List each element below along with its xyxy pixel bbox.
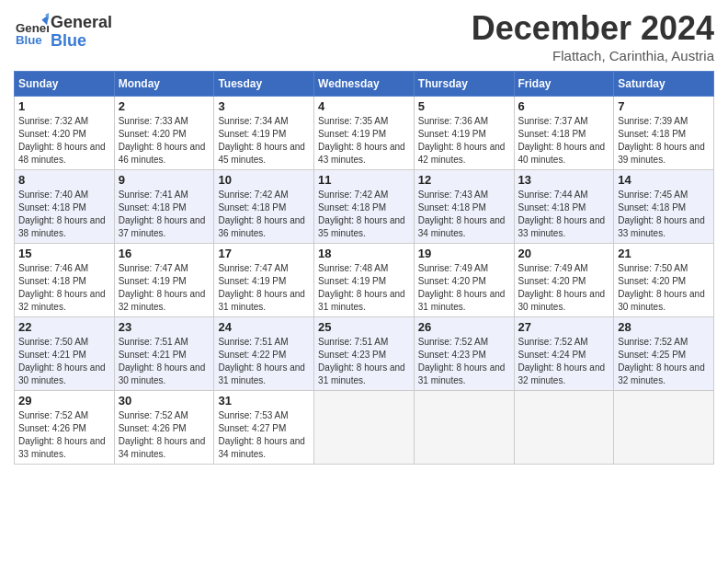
calendar-week-1: 1Sunrise: 7:32 AMSunset: 4:20 PMDaylight… <box>15 97 714 170</box>
day-number: 29 <box>18 394 110 408</box>
calendar-cell: 22Sunrise: 7:50 AMSunset: 4:21 PMDayligh… <box>15 317 115 391</box>
cell-info: Sunrise: 7:43 AMSunset: 4:18 PMDaylight:… <box>418 189 510 240</box>
cell-info: Sunrise: 7:40 AMSunset: 4:18 PMDaylight:… <box>18 189 110 240</box>
calendar-cell: 2Sunrise: 7:33 AMSunset: 4:20 PMDaylight… <box>114 97 214 170</box>
cell-info: Sunrise: 7:51 AMSunset: 4:23 PMDaylight:… <box>318 336 410 387</box>
day-number: 5 <box>418 99 510 113</box>
day-number: 1 <box>18 99 110 113</box>
day-number: 14 <box>618 173 710 187</box>
calendar-table: SundayMondayTuesdayWednesdayThursdayFrid… <box>14 71 714 465</box>
calendar-cell: 30Sunrise: 7:52 AMSunset: 4:26 PMDayligh… <box>114 391 214 465</box>
cell-info: Sunrise: 7:49 AMSunset: 4:20 PMDaylight:… <box>518 262 610 314</box>
calendar-cell: 25Sunrise: 7:51 AMSunset: 4:23 PMDayligh… <box>314 317 415 391</box>
day-number: 2 <box>119 99 210 113</box>
logo: General Blue General Blue <box>14 14 112 51</box>
cell-info: Sunrise: 7:42 AMSunset: 4:18 PMDaylight:… <box>318 189 410 240</box>
day-number: 9 <box>119 173 210 187</box>
day-header-saturday: Saturday <box>614 72 714 97</box>
cell-info: Sunrise: 7:34 AMSunset: 4:19 PMDaylight:… <box>218 115 310 167</box>
title-block: December 2024 Flattach, Carinthia, Austr… <box>472 9 714 63</box>
calendar-cell <box>514 391 614 465</box>
calendar-header-row: SundayMondayTuesdayWednesdayThursdayFrid… <box>15 72 714 97</box>
calendar-cell: 9Sunrise: 7:41 AMSunset: 4:18 PMDaylight… <box>114 170 214 244</box>
day-number: 3 <box>218 99 310 113</box>
calendar-cell: 8Sunrise: 7:40 AMSunset: 4:18 PMDaylight… <box>15 170 115 244</box>
calendar-cell: 15Sunrise: 7:46 AMSunset: 4:18 PMDayligh… <box>15 244 115 317</box>
day-number: 31 <box>218 394 310 408</box>
calendar-week-2: 8Sunrise: 7:40 AMSunset: 4:18 PMDaylight… <box>15 170 714 244</box>
cell-info: Sunrise: 7:52 AMSunset: 4:25 PMDaylight:… <box>618 336 710 387</box>
cell-info: Sunrise: 7:46 AMSunset: 4:18 PMDaylight:… <box>18 262 110 314</box>
calendar-cell: 23Sunrise: 7:51 AMSunset: 4:21 PMDayligh… <box>114 317 214 391</box>
cell-info: Sunrise: 7:47 AMSunset: 4:19 PMDaylight:… <box>119 262 210 314</box>
calendar-cell <box>414 391 514 465</box>
calendar-cell: 1Sunrise: 7:32 AMSunset: 4:20 PMDaylight… <box>15 97 115 170</box>
day-number: 10 <box>218 173 310 187</box>
day-header-wednesday: Wednesday <box>314 72 415 97</box>
day-number: 27 <box>518 320 610 334</box>
day-number: 17 <box>218 247 310 260</box>
calendar-cell: 17Sunrise: 7:47 AMSunset: 4:19 PMDayligh… <box>214 244 314 317</box>
day-number: 11 <box>318 173 410 187</box>
calendar-cell: 10Sunrise: 7:42 AMSunset: 4:18 PMDayligh… <box>214 170 314 244</box>
day-number: 26 <box>418 320 510 334</box>
header: General Blue General Blue December 2024 … <box>14 9 714 63</box>
day-header-tuesday: Tuesday <box>214 72 314 97</box>
cell-info: Sunrise: 7:32 AMSunset: 4:20 PMDaylight:… <box>18 115 110 167</box>
cell-info: Sunrise: 7:47 AMSunset: 4:19 PMDaylight:… <box>218 262 310 314</box>
calendar-cell: 19Sunrise: 7:49 AMSunset: 4:20 PMDayligh… <box>414 244 514 317</box>
logo-blue: Blue <box>51 32 112 51</box>
day-number: 30 <box>119 394 210 408</box>
cell-info: Sunrise: 7:45 AMSunset: 4:18 PMDaylight:… <box>618 189 710 240</box>
calendar-week-3: 15Sunrise: 7:46 AMSunset: 4:18 PMDayligh… <box>15 244 714 317</box>
day-number: 22 <box>18 320 110 334</box>
calendar-cell: 11Sunrise: 7:42 AMSunset: 4:18 PMDayligh… <box>314 170 415 244</box>
cell-info: Sunrise: 7:52 AMSunset: 4:26 PMDaylight:… <box>119 409 210 461</box>
calendar-cell: 31Sunrise: 7:53 AMSunset: 4:27 PMDayligh… <box>214 391 314 465</box>
cell-info: Sunrise: 7:51 AMSunset: 4:22 PMDaylight:… <box>218 336 310 387</box>
calendar-cell: 5Sunrise: 7:36 AMSunset: 4:19 PMDaylight… <box>414 97 514 170</box>
day-header-sunday: Sunday <box>15 72 115 97</box>
calendar-week-4: 22Sunrise: 7:50 AMSunset: 4:21 PMDayligh… <box>15 317 714 391</box>
cell-info: Sunrise: 7:49 AMSunset: 4:20 PMDaylight:… <box>418 262 510 314</box>
month-title: December 2024 <box>472 9 714 48</box>
day-number: 18 <box>318 247 410 260</box>
cell-info: Sunrise: 7:33 AMSunset: 4:20 PMDaylight:… <box>119 115 210 167</box>
day-number: 25 <box>318 320 410 334</box>
day-number: 21 <box>618 247 710 260</box>
calendar-cell: 28Sunrise: 7:52 AMSunset: 4:25 PMDayligh… <box>614 317 714 391</box>
calendar-cell: 20Sunrise: 7:49 AMSunset: 4:20 PMDayligh… <box>514 244 614 317</box>
cell-info: Sunrise: 7:44 AMSunset: 4:18 PMDaylight:… <box>518 189 610 240</box>
day-number: 13 <box>518 173 610 187</box>
calendar-cell: 27Sunrise: 7:52 AMSunset: 4:24 PMDayligh… <box>514 317 614 391</box>
day-number: 4 <box>318 99 410 113</box>
calendar-cell: 3Sunrise: 7:34 AMSunset: 4:19 PMDaylight… <box>214 97 314 170</box>
day-number: 19 <box>418 247 510 260</box>
page: General Blue General Blue December 2024 … <box>0 0 728 478</box>
calendar-cell: 13Sunrise: 7:44 AMSunset: 4:18 PMDayligh… <box>514 170 614 244</box>
day-number: 6 <box>518 99 610 113</box>
calendar-cell: 14Sunrise: 7:45 AMSunset: 4:18 PMDayligh… <box>614 170 714 244</box>
day-number: 24 <box>218 320 310 334</box>
calendar-cell: 18Sunrise: 7:48 AMSunset: 4:19 PMDayligh… <box>314 244 415 317</box>
cell-info: Sunrise: 7:52 AMSunset: 4:26 PMDaylight:… <box>18 409 110 461</box>
cell-info: Sunrise: 7:39 AMSunset: 4:18 PMDaylight:… <box>618 115 710 167</box>
day-header-friday: Friday <box>514 72 614 97</box>
day-number: 12 <box>418 173 510 187</box>
calendar-cell <box>314 391 415 465</box>
day-number: 8 <box>18 173 110 187</box>
cell-info: Sunrise: 7:50 AMSunset: 4:20 PMDaylight:… <box>618 262 710 314</box>
calendar-cell: 21Sunrise: 7:50 AMSunset: 4:20 PMDayligh… <box>614 244 714 317</box>
calendar-cell: 4Sunrise: 7:35 AMSunset: 4:19 PMDaylight… <box>314 97 415 170</box>
calendar-cell <box>614 391 714 465</box>
general-blue-icon: General Blue <box>14 13 49 48</box>
logo-general: General <box>51 14 112 32</box>
day-header-thursday: Thursday <box>414 72 514 97</box>
cell-info: Sunrise: 7:52 AMSunset: 4:24 PMDaylight:… <box>518 336 610 387</box>
cell-info: Sunrise: 7:53 AMSunset: 4:27 PMDaylight:… <box>218 409 310 461</box>
cell-info: Sunrise: 7:42 AMSunset: 4:18 PMDaylight:… <box>218 189 310 240</box>
calendar-cell: 7Sunrise: 7:39 AMSunset: 4:18 PMDaylight… <box>614 97 714 170</box>
day-number: 23 <box>119 320 210 334</box>
calendar-cell: 6Sunrise: 7:37 AMSunset: 4:18 PMDaylight… <box>514 97 614 170</box>
day-number: 16 <box>119 247 210 260</box>
